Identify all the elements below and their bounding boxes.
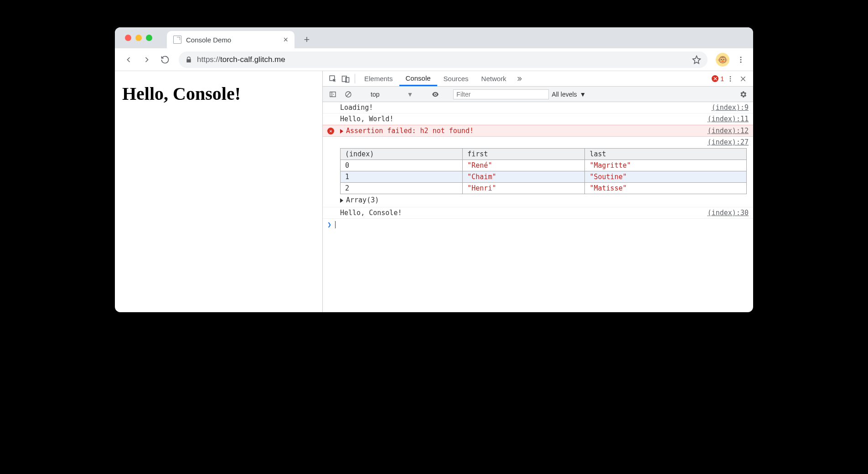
- table-row: 0 "René" "Magritte": [341, 160, 747, 171]
- console-sidebar-toggle[interactable]: [326, 91, 339, 98]
- bookmark-star-icon[interactable]: [692, 55, 701, 64]
- source-link[interactable]: (index):12: [708, 127, 749, 135]
- error-count-badge[interactable]: ✕ 1: [712, 71, 724, 86]
- error-icon: ✕: [712, 75, 718, 82]
- live-expression-button[interactable]: [429, 90, 442, 98]
- window-maximize-button[interactable]: [146, 35, 152, 41]
- browser-window: Console Demo × + https://torch-calf.glit…: [115, 27, 753, 312]
- browser-menu-button[interactable]: [734, 56, 748, 64]
- forward-button[interactable]: [139, 52, 155, 68]
- caret-down-icon: ▼: [407, 91, 413, 98]
- expand-triangle-icon[interactable]: [340, 129, 343, 134]
- console-output[interactable]: Loading! (index):9 Hello, World! (index)…: [323, 102, 753, 312]
- window-close-button[interactable]: [125, 35, 131, 41]
- svg-point-0: [740, 57, 742, 58]
- lock-icon: [185, 56, 192, 63]
- back-button[interactable]: [120, 52, 137, 68]
- separator: [355, 74, 355, 83]
- execution-context-select[interactable]: top ▼: [366, 91, 418, 98]
- omnibox[interactable]: https://torch-calf.glitch.me: [179, 52, 708, 68]
- page-heading: Hello, Console!: [122, 83, 315, 104]
- url-text: https://torch-calf.glitch.me: [197, 55, 285, 64]
- console-log-row: Loading! (index):9: [323, 102, 753, 113]
- svg-rect-4: [342, 76, 347, 82]
- console-error-row[interactable]: ✕ Assertion failed: h2 not found! (index…: [323, 125, 753, 137]
- clear-console-button[interactable]: [342, 91, 355, 98]
- profile-avatar[interactable]: 🐵: [716, 53, 729, 67]
- source-link[interactable]: (index):9: [712, 103, 749, 112]
- svg-point-6: [730, 76, 731, 77]
- window-minimize-button[interactable]: [135, 35, 142, 41]
- tab-network[interactable]: Network: [475, 71, 513, 86]
- tab-close-button[interactable]: ×: [283, 35, 288, 45]
- console-log-row: Hello, World! (index):11: [323, 113, 753, 125]
- array-summary[interactable]: Array(3): [340, 196, 379, 204]
- more-tabs-button[interactable]: [513, 71, 526, 86]
- tab-console[interactable]: Console: [399, 71, 437, 86]
- address-bar: https://torch-calf.glitch.me 🐵: [115, 48, 753, 71]
- console-table: (index) first last 0 "René" "Magritte": [340, 148, 747, 194]
- inspect-element-button[interactable]: [326, 71, 339, 86]
- reload-button[interactable]: [157, 52, 173, 68]
- console-log-row: Hello, Console! (index):30: [323, 207, 753, 219]
- console-toolbar: top ▼ All levels ▼: [323, 87, 753, 102]
- console-table-row: (index):27 (index) first last 0 "René" "…: [323, 137, 753, 207]
- error-icon: ✕: [327, 128, 334, 134]
- expand-triangle-icon[interactable]: [340, 198, 343, 203]
- tab-title: Console Demo: [186, 36, 231, 44]
- device-toolbar-button[interactable]: [339, 71, 352, 86]
- table-row: 2 "Henri" "Matisse": [341, 183, 747, 194]
- devtools-tabbar: Elements Console Sources Network ✕ 1: [323, 71, 753, 87]
- browser-tab[interactable]: Console Demo ×: [167, 31, 294, 48]
- tab-sources[interactable]: Sources: [437, 71, 475, 86]
- content-area: Hello, Console! Elements Console Sources…: [115, 71, 753, 312]
- file-icon: [173, 36, 181, 44]
- tab-elements[interactable]: Elements: [358, 71, 399, 86]
- table-row: 1 "Chaim" "Soutine": [341, 171, 747, 183]
- svg-point-8: [730, 80, 731, 82]
- text-cursor: [335, 221, 336, 228]
- source-link[interactable]: (index):11: [708, 115, 749, 123]
- source-link[interactable]: (index):27: [708, 138, 749, 146]
- svg-point-1: [740, 59, 742, 60]
- devtools-menu-button[interactable]: [724, 71, 737, 86]
- console-filter-input[interactable]: [453, 89, 549, 99]
- console-settings-button[interactable]: [737, 90, 749, 98]
- browser-tabbar: Console Demo × +: [115, 27, 753, 48]
- log-levels-select[interactable]: All levels ▼: [552, 91, 586, 98]
- devtools-close-button[interactable]: [737, 71, 749, 86]
- window-controls: [121, 27, 154, 48]
- caret-down-icon: ▼: [580, 91, 586, 98]
- svg-point-2: [740, 61, 742, 62]
- console-prompt[interactable]: ❯: [323, 219, 753, 231]
- prompt-chevron-icon: ❯: [327, 221, 331, 229]
- devtools-panel: Elements Console Sources Network ✕ 1: [322, 71, 753, 312]
- new-tab-button[interactable]: +: [300, 33, 314, 46]
- page-viewport: Hello, Console!: [115, 71, 322, 312]
- svg-point-7: [730, 78, 731, 79]
- source-link[interactable]: (index):30: [708, 209, 749, 217]
